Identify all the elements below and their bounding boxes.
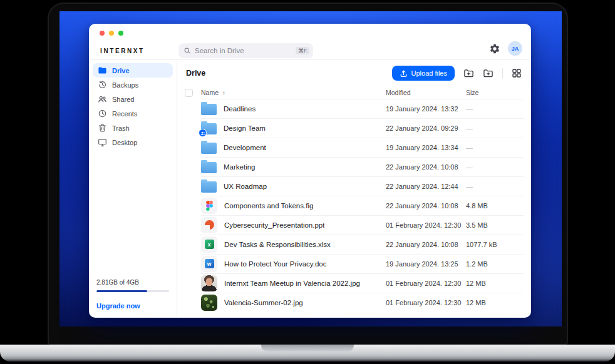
file-modified: 01 February 2024. 12:30 — [386, 280, 466, 287]
file-size: 4.8 MB — [466, 202, 521, 210]
file-row[interactable]: Deadlines19 January 2024. 13:32— — [177, 99, 531, 118]
shared-badge-icon — [199, 129, 207, 137]
upload-files-button[interactable]: Upload files — [392, 66, 455, 81]
file-modified: 01 February 2024. 12:30 — [386, 221, 466, 229]
file-name-cell: Components and Tokens.fig — [197, 198, 386, 214]
file-name-cell: Valencia-Summer-02.jpg — [197, 295, 386, 311]
sidebar-item-label: Drive — [112, 67, 130, 74]
select-all-checkbox[interactable] — [185, 89, 193, 97]
app-window: INTERNXT Search in Drive ⌘F JA DriveBack… — [89, 24, 531, 318]
minimize-button[interactable] — [109, 31, 114, 36]
file-name: Development — [224, 144, 266, 151]
column-header-name[interactable]: Name ↑ — [197, 89, 386, 96]
file-size: 3.5 MB — [466, 221, 521, 229]
sidebar-item-backups[interactable]: Backups — [93, 78, 173, 92]
avatar[interactable]: JA — [508, 41, 522, 56]
sort-ascending-icon: ↑ — [222, 89, 225, 96]
sidebar-item-label: Backups — [112, 81, 138, 89]
file-size: 12 MB — [466, 299, 521, 306]
window-header: INTERNXT Search in Drive ⌘F JA — [89, 24, 531, 60]
photo-thumbnail — [201, 295, 217, 311]
sidebar-item-recents[interactable]: Recents — [93, 106, 173, 121]
file-row[interactable]: UX Roadmap22 January 2024. 12:44— — [177, 176, 531, 196]
file-size: 12 MB — [466, 280, 521, 287]
folder-icon — [201, 143, 217, 154]
grid-view-button[interactable] — [512, 68, 522, 79]
file-name: Deadlines — [224, 105, 256, 113]
laptop-base — [0, 345, 615, 361]
column-header-size[interactable]: Size — [466, 89, 521, 96]
create-folder-icon — [483, 68, 494, 79]
upload-folder-icon — [463, 68, 474, 79]
file-name: Internxt Team Meetup in Valencia 2022.jp… — [224, 280, 360, 287]
tray-arrow-up-icon — [400, 69, 408, 78]
file-row[interactable]: Cybersecurity_Presentation.ppt01 Februar… — [177, 215, 531, 235]
file-name-cell: xDev Tasks & Responsibilities.xlsx — [197, 236, 386, 253]
trash-icon — [98, 123, 107, 133]
sidebar-item-label: Shared — [112, 96, 134, 103]
file-modified: 19 January 2024. 13:32 — [386, 105, 466, 113]
storage-progress-fill — [96, 290, 147, 292]
file-modified: 22 January 2024. 09:29 — [386, 124, 466, 132]
brand-logo: INTERNXT — [100, 48, 145, 54]
file-row[interactable]: wHow to Protect Your Privacy.doc19 Janua… — [177, 254, 531, 273]
file-modified: 22 January 2024. 12:44 — [386, 183, 466, 190]
photo-thumbnail — [201, 275, 217, 291]
file-name-cell: Internxt Team Meetup in Valencia 2022.jp… — [197, 275, 386, 291]
column-header-modified[interactable]: Modified — [386, 89, 466, 96]
gear-icon[interactable] — [489, 43, 500, 54]
search-input[interactable]: Search in Drive ⌘F — [178, 43, 313, 58]
toolbar-divider — [502, 68, 503, 78]
file-name: Components and Tokens.fig — [224, 202, 313, 210]
file-name: Design Team — [224, 124, 266, 132]
file-modified: 22 January 2024. 10:08 — [386, 202, 466, 210]
file-modified: 22 January 2024. 10:08 — [386, 241, 466, 248]
sidebar-item-trash[interactable]: Trash — [93, 121, 173, 135]
storage-usage-label: 2.81GB of 4GB — [96, 279, 169, 286]
file-name-cell: Design Team — [197, 121, 386, 134]
file-name: Marketing — [224, 163, 256, 171]
file-size: — — [466, 124, 521, 132]
file-size: — — [466, 163, 521, 171]
storage-progress-bar — [96, 290, 169, 292]
file-row[interactable]: Development19 January 2024. 13:34— — [177, 138, 531, 157]
file-name: Cybersecurity_Presentation.ppt — [224, 221, 324, 229]
file-row[interactable]: Components and Tokens.fig22 January 2024… — [177, 196, 531, 215]
file-name-cell: Marketing — [197, 160, 386, 173]
zoom-button[interactable] — [118, 31, 123, 36]
search-icon — [183, 47, 191, 54]
file-size: 1.2 MB — [466, 260, 521, 268]
file-row[interactable]: Design Team22 January 2024. 09:29— — [177, 118, 531, 138]
laptop-notch — [261, 345, 354, 351]
folder-icon — [201, 181, 217, 193]
create-folder-button[interactable] — [483, 68, 494, 79]
sidebar-item-drive[interactable]: Drive — [93, 63, 173, 78]
file-modified: 19 January 2024. 13:25 — [386, 260, 466, 268]
upload-folder-button[interactable] — [463, 68, 474, 79]
word-file-icon: w — [201, 256, 217, 272]
header-actions: JA — [489, 41, 522, 56]
laptop-mockup: INTERNXT Search in Drive ⌘F JA DriveBack… — [0, 0, 615, 364]
grid-view-icon — [512, 68, 522, 78]
main-panel: Drive Upload files — [177, 60, 531, 317]
file-row[interactable]: Internxt Team Meetup in Valencia 2022.jp… — [177, 273, 531, 293]
file-row[interactable]: Valencia-Summer-02.jpg01 February 2024. … — [177, 293, 531, 312]
file-modified: 22 January 2024. 10:08 — [386, 163, 466, 171]
shared-folder-icon — [201, 123, 217, 134]
file-table-body: Deadlines19 January 2024. 13:32—Design T… — [177, 99, 531, 317]
file-name-cell: wHow to Protect Your Privacy.doc — [197, 256, 386, 272]
sidebar-item-shared[interactable]: Shared — [93, 92, 173, 106]
sidebar-item-label: Desktop — [112, 139, 137, 146]
file-row[interactable]: xDev Tasks & Responsibilities.xlsx22 Jan… — [177, 235, 531, 254]
file-name: Valencia-Summer-02.jpg — [224, 299, 303, 306]
history-icon — [98, 80, 107, 89]
file-modified: 01 February 2024. 12:30 — [386, 299, 466, 306]
sidebar-item-desktop[interactable]: Desktop — [93, 135, 173, 149]
upgrade-link[interactable]: Upgrade now — [96, 302, 169, 310]
search-shortcut-badge: ⌘F — [296, 47, 309, 55]
traffic-lights — [100, 31, 123, 36]
upload-files-label: Upload files — [411, 69, 447, 77]
close-button[interactable] — [100, 31, 105, 36]
file-row[interactable]: Marketing22 January 2024. 10:08— — [177, 157, 531, 176]
folder-icon — [201, 162, 217, 173]
